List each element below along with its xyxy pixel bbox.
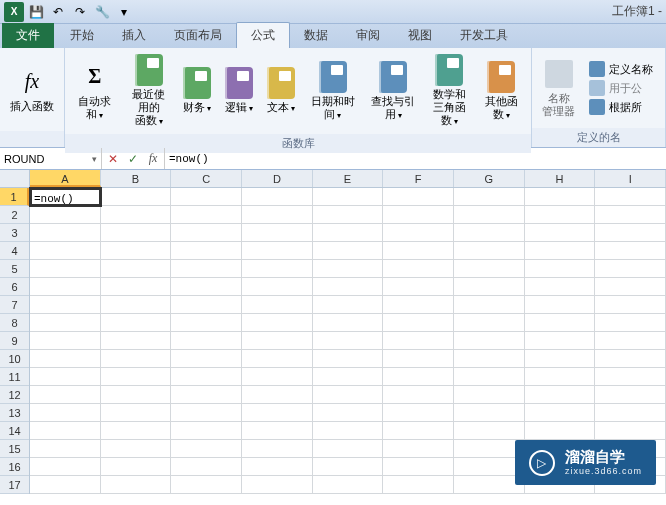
column-header[interactable]: G	[454, 170, 525, 187]
cell[interactable]	[30, 404, 101, 422]
cell[interactable]	[313, 314, 384, 332]
cell[interactable]	[525, 314, 596, 332]
tab-page-layout[interactable]: 页面布局	[160, 23, 236, 48]
cell[interactable]	[525, 386, 596, 404]
cell[interactable]	[101, 296, 172, 314]
row-header[interactable]: 6	[0, 278, 29, 296]
cell[interactable]	[525, 422, 596, 440]
cell[interactable]	[454, 188, 525, 206]
datetime-button[interactable]: 日期和时间▾	[304, 57, 361, 125]
cell[interactable]	[171, 368, 242, 386]
cell[interactable]	[313, 260, 384, 278]
cell[interactable]	[30, 422, 101, 440]
cell[interactable]	[313, 440, 384, 458]
cell[interactable]	[101, 404, 172, 422]
cell[interactable]	[242, 260, 313, 278]
tab-formulas[interactable]: 公式	[236, 22, 290, 48]
cell[interactable]	[171, 314, 242, 332]
row-header[interactable]: 11	[0, 368, 29, 386]
cell[interactable]	[525, 332, 596, 350]
fx-button[interactable]: fx	[144, 151, 162, 166]
qat-tool-button[interactable]: 🔧	[92, 2, 112, 22]
cell[interactable]	[313, 476, 384, 494]
cell[interactable]	[101, 440, 172, 458]
row-header[interactable]: 14	[0, 422, 29, 440]
cell[interactable]	[242, 224, 313, 242]
lookup-button[interactable]: 查找与引用▾	[365, 57, 422, 125]
cell[interactable]: =now()	[30, 188, 101, 206]
cell[interactable]	[383, 350, 454, 368]
row-header[interactable]: 15	[0, 440, 29, 458]
confirm-button[interactable]: ✓	[124, 152, 142, 166]
cell[interactable]	[101, 188, 172, 206]
redo-button[interactable]: ↷	[70, 2, 90, 22]
row-header[interactable]: 4	[0, 242, 29, 260]
cell[interactable]	[171, 404, 242, 422]
cell[interactable]	[30, 386, 101, 404]
cell[interactable]	[383, 404, 454, 422]
cell[interactable]	[313, 386, 384, 404]
row-header[interactable]: 2	[0, 206, 29, 224]
cell[interactable]	[313, 242, 384, 260]
column-header[interactable]: I	[595, 170, 666, 187]
cell[interactable]	[525, 260, 596, 278]
cell[interactable]	[171, 260, 242, 278]
cell[interactable]	[242, 242, 313, 260]
cell[interactable]	[30, 278, 101, 296]
cell[interactable]	[101, 224, 172, 242]
cell[interactable]	[101, 422, 172, 440]
save-button[interactable]: 💾	[26, 2, 46, 22]
cell[interactable]	[171, 422, 242, 440]
cell[interactable]	[242, 206, 313, 224]
cell[interactable]	[313, 350, 384, 368]
more-functions-button[interactable]: 其他函数▾	[477, 57, 525, 125]
cell[interactable]	[171, 350, 242, 368]
cell[interactable]	[595, 314, 666, 332]
cell[interactable]	[454, 332, 525, 350]
cell[interactable]	[525, 224, 596, 242]
cell[interactable]	[454, 278, 525, 296]
cell[interactable]	[101, 278, 172, 296]
cell[interactable]	[101, 476, 172, 494]
cell[interactable]	[595, 422, 666, 440]
row-header[interactable]: 7	[0, 296, 29, 314]
cell[interactable]	[242, 296, 313, 314]
row-header[interactable]: 12	[0, 386, 29, 404]
cell[interactable]	[595, 206, 666, 224]
cell[interactable]	[171, 386, 242, 404]
cell[interactable]	[383, 260, 454, 278]
cell[interactable]	[454, 404, 525, 422]
cell[interactable]	[101, 458, 172, 476]
cell[interactable]	[525, 188, 596, 206]
tab-data[interactable]: 数据	[290, 23, 342, 48]
create-from-selection-button[interactable]: 根据所	[587, 98, 655, 116]
column-header[interactable]: B	[101, 170, 172, 187]
cell[interactable]	[595, 332, 666, 350]
column-header[interactable]: E	[313, 170, 384, 187]
cell[interactable]	[171, 440, 242, 458]
cell[interactable]	[595, 296, 666, 314]
cell[interactable]	[30, 242, 101, 260]
cell[interactable]	[383, 440, 454, 458]
cell[interactable]	[30, 458, 101, 476]
cell[interactable]	[101, 386, 172, 404]
use-in-formula-button[interactable]: 用于公	[587, 79, 655, 97]
cell[interactable]	[383, 206, 454, 224]
cell[interactable]	[30, 314, 101, 332]
cell[interactable]	[525, 368, 596, 386]
row-header[interactable]: 16	[0, 458, 29, 476]
cell[interactable]	[30, 332, 101, 350]
column-header[interactable]: H	[525, 170, 596, 187]
cancel-button[interactable]: ✕	[104, 152, 122, 166]
cell[interactable]	[454, 314, 525, 332]
cell[interactable]	[242, 314, 313, 332]
tab-review[interactable]: 审阅	[342, 23, 394, 48]
cell[interactable]	[242, 278, 313, 296]
cell[interactable]	[454, 224, 525, 242]
cell[interactable]	[30, 350, 101, 368]
cell[interactable]	[383, 278, 454, 296]
cell[interactable]	[101, 332, 172, 350]
row-header[interactable]: 10	[0, 350, 29, 368]
tab-home[interactable]: 开始	[56, 23, 108, 48]
cell[interactable]	[595, 242, 666, 260]
